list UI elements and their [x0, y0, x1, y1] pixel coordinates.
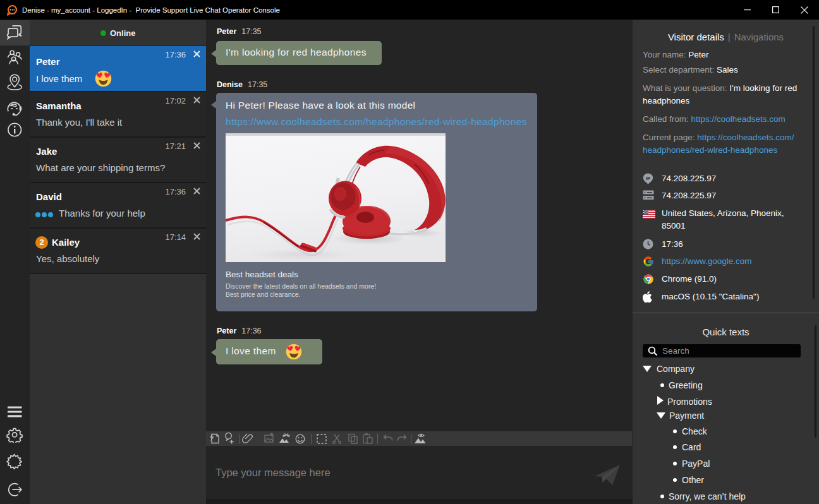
svg-text:IP: IP [646, 176, 650, 181]
